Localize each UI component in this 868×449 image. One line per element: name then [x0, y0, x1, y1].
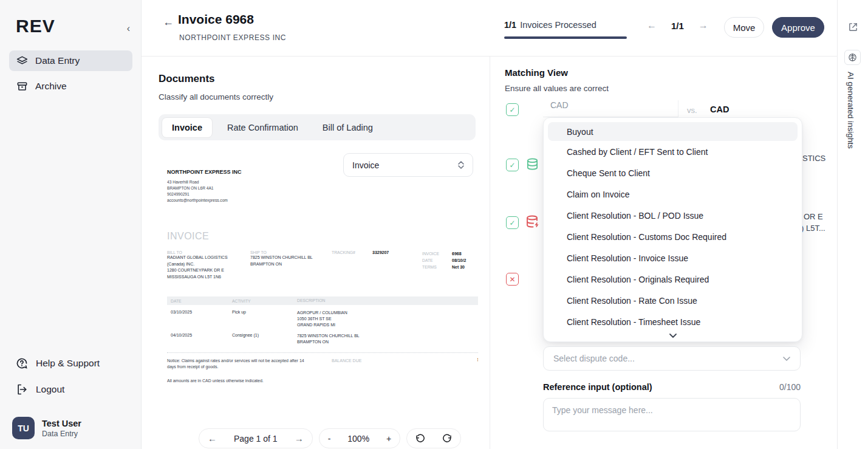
help-icon	[16, 357, 28, 369]
pager-prev-icon[interactable]: ←	[647, 20, 657, 31]
table-header: DATE	[167, 299, 232, 303]
dropdown-option[interactable]: Client Resolution - Rate Con Issue	[544, 290, 802, 311]
layers-icon	[16, 55, 28, 67]
user-name: Test User	[42, 419, 81, 428]
viewer-toolbar: ← Page 1 of 1 → - 100% +	[199, 428, 461, 448]
rev-logo: REV	[16, 16, 55, 36]
dropdown-option[interactable]: Claim on Invoice	[544, 183, 802, 205]
invoice-activity-table: DATE ACTIVITY DESCRIPTION 03/10/2025 Pic…	[167, 296, 478, 345]
app-window: REV ‹ Data Entry Archive Help & Support …	[0, 0, 868, 449]
sidebar: REV ‹ Data Entry Archive Help & Support …	[0, 0, 142, 449]
dropdown-option[interactable]: Client Resolution - Originals Required	[544, 269, 802, 290]
chevron-down-icon	[783, 357, 790, 361]
page-prev-icon[interactable]: ←	[199, 433, 225, 444]
vs-label: vs.	[687, 106, 697, 115]
database-error-icon-red	[525, 214, 540, 229]
database-icon-green	[525, 157, 539, 171]
dropdown-option[interactable]: Client Resolution - BOL / POD Issue	[544, 205, 802, 226]
bill-to-label: BILL TO	[167, 250, 249, 255]
tracking-label: TRACKING#	[332, 250, 355, 255]
dropdown-option[interactable]: Cashed by Client / EFT Sent to Client	[544, 141, 802, 162]
row-desc-line: 1050 36TH ST SE	[297, 316, 478, 322]
zoom-out-button[interactable]: -	[320, 434, 340, 444]
row-date: 04/10/2025	[167, 333, 232, 345]
documents-subtitle: Classify all documents correctly	[159, 92, 273, 101]
match-left-value-input[interactable]: CAD	[543, 100, 678, 117]
documents-title: Documents	[159, 73, 215, 85]
table-row: 03/10/2025 Pick up AGROPUR / COLUMBIAN 1…	[167, 305, 478, 328]
sidebar-item-archive[interactable]: Archive	[9, 76, 132, 97]
row-desc-line: 7825 WINSTON CHURCHILL BL	[297, 333, 478, 339]
matching-subtitle: Ensure all values are correct	[505, 84, 609, 93]
match-checkbox-checked[interactable]: ✓	[506, 216, 519, 229]
dispute-code-select[interactable]	[543, 346, 801, 371]
invoice-notice: Notice: Claims against rates and/or serv…	[167, 358, 307, 370]
match-right-value: CAD	[710, 105, 729, 114]
user-role: Data Entry	[42, 430, 81, 438]
document-tabs: Invoice Rate Confirmation Bill of Lading	[159, 114, 476, 140]
meta-label: DATE	[422, 257, 452, 264]
dropdown-option[interactable]: Client Resolution - Timesheet Issue	[544, 311, 802, 332]
invoice-company: NORTHPOINT EXPRESS INC	[167, 169, 478, 175]
char-counter: 0/100	[725, 382, 801, 392]
table-header: ACTIVITY	[232, 299, 297, 303]
sidebar-collapse-icon[interactable]: ‹	[127, 23, 130, 34]
match-checkbox-error[interactable]: ✕	[506, 273, 519, 286]
right-rail: AI generated insights	[837, 0, 868, 449]
row-activity: Pick up	[232, 310, 297, 328]
bill-to-line: (Canada) INC.	[167, 261, 249, 268]
dropdown-option[interactable]: Client Resolution - Customs Doc Required	[544, 226, 802, 247]
sidebar-item-logout[interactable]: Logout	[16, 383, 64, 396]
documents-panel: Documents Classify all documents correct…	[142, 57, 490, 449]
invoice-address-line: accounts@northpointexpress.com	[167, 197, 478, 204]
ship-to-label: SHIP TO	[250, 250, 329, 255]
dropdown-option[interactable]: Cheque Sent to Client	[544, 162, 802, 183]
page-indicator: Page 1 of 1	[225, 434, 286, 444]
approve-button[interactable]: Approve	[772, 17, 824, 38]
tab-bill-of-lading[interactable]: Bill of Lading	[313, 118, 383, 137]
rotate-right-icon[interactable]	[434, 434, 460, 444]
sidebar-item-label: Archive	[35, 81, 67, 92]
ship-to-line: BRAMPTON ON	[250, 261, 329, 268]
reference-message-textarea[interactable]	[543, 398, 801, 431]
header: ← Invoice 6968 NORTHPOINT EXPRESS INC 1/…	[142, 0, 837, 57]
dropdown-option[interactable]: Client Resolution - Invoice Issue	[544, 247, 802, 269]
ship-to-line: 7825 WINSTON CHURCHILL BL	[250, 255, 329, 261]
match-checkbox-checked[interactable]: ✓	[506, 159, 519, 171]
sidebar-item-label: Logout	[36, 384, 64, 395]
invoice-address-line: 43 Haverhill Road	[167, 179, 478, 185]
bill-to-line: MISSISSAUGA ON L5T 1N6	[167, 274, 249, 281]
tab-invoice[interactable]: Invoice	[162, 117, 213, 138]
pager-next-icon[interactable]: →	[699, 20, 708, 31]
meta-value: 08/10/2	[452, 257, 466, 264]
external-link-icon[interactable]	[848, 22, 858, 32]
chevron-down-icon[interactable]	[544, 334, 802, 338]
sidebar-item-help-support[interactable]: Help & Support	[16, 357, 100, 369]
invoice-heading: INVOICE	[167, 231, 478, 242]
match-checkbox-checked[interactable]: ✓	[506, 103, 519, 116]
match-value-fragment: ) L5T...	[801, 224, 825, 233]
dispute-code-input[interactable]	[553, 354, 783, 363]
table-row: 04/10/2025 Consignee (1) 7825 WINSTON CH…	[167, 328, 478, 345]
move-button[interactable]: Move	[724, 17, 764, 38]
zoom-pill: - 100% +	[319, 428, 401, 448]
tab-rate-confirmation[interactable]: Rate Confirmation	[217, 118, 308, 137]
invoice-footnote: All amounts are in CAD unless otherwise …	[167, 379, 478, 383]
invoice-document-preview: NORTHPOINT EXPRESS INC 43 Haverhill Road…	[167, 169, 478, 442]
back-arrow-icon[interactable]: ←	[163, 16, 174, 29]
sidebar-item-data-entry[interactable]: Data Entry	[9, 50, 132, 71]
invoice-address-line: 9024990291	[167, 191, 478, 197]
dropdown-option[interactable]: Buyout	[548, 122, 798, 141]
dispute-code-dropdown: Buyout Cashed by Client / EFT Sent to Cl…	[543, 117, 802, 342]
brain-icon[interactable]	[844, 50, 861, 65]
archive-icon	[16, 81, 28, 92]
bill-to-line: 1280 COURTNEYPARK DR E	[167, 267, 249, 274]
matching-title: Matching View	[505, 67, 568, 78]
page-next-icon[interactable]: →	[286, 433, 312, 444]
rotate-left-icon[interactable]	[407, 434, 434, 444]
balance-due-value: $	[477, 357, 478, 363]
row-date: 03/10/2025	[167, 310, 232, 328]
zoom-in-button[interactable]: +	[378, 434, 400, 444]
invoices-progress: 1/1Invoices Processed	[504, 20, 627, 39]
user-block[interactable]: TU Test User Data Entry	[12, 417, 81, 439]
